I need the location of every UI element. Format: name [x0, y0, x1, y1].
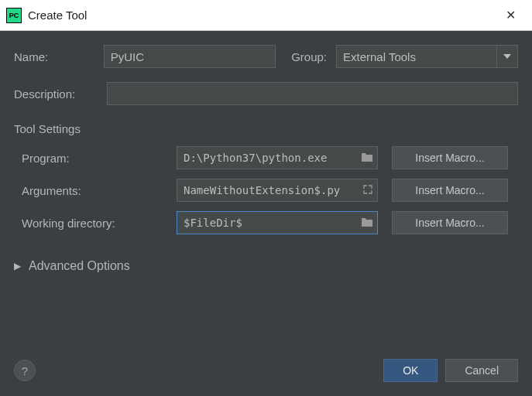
- name-label: Name:: [14, 50, 104, 63]
- name-input[interactable]: [104, 45, 276, 68]
- tool-settings-section: Program: Insert Macro... Arguments:: [14, 146, 518, 244]
- chevron-right-icon: ▶: [14, 261, 21, 271]
- dialog-content: Name: Group: Description: Tool Settings …: [0, 31, 532, 354]
- window-title: Create Tool: [28, 9, 495, 22]
- advanced-options-toggle[interactable]: ▶ Advanced Options: [14, 259, 518, 273]
- program-label: Program:: [22, 152, 177, 165]
- group-label: Group:: [291, 50, 327, 63]
- cancel-button[interactable]: Cancel: [445, 359, 518, 382]
- insert-macro-workingdir-button[interactable]: Insert Macro...: [392, 211, 508, 234]
- dialog-footer: ? OK Cancel: [0, 354, 532, 396]
- create-tool-dialog: PC Create Tool ✕ Name: Group: Descriptio…: [0, 0, 532, 396]
- insert-macro-program-button[interactable]: Insert Macro...: [392, 146, 508, 169]
- description-row: Description:: [14, 82, 518, 105]
- working-dir-row: Working directory: Insert Macro...: [22, 211, 518, 234]
- program-input-wrap: [177, 146, 378, 169]
- arguments-input[interactable]: [184, 184, 359, 196]
- working-dir-input-wrap: [177, 211, 378, 234]
- chevron-down-icon: [503, 54, 511, 59]
- app-icon: PC: [6, 8, 22, 23]
- expand-icon[interactable]: [363, 185, 372, 196]
- insert-macro-arguments-button[interactable]: Insert Macro...: [392, 179, 508, 202]
- working-dir-input[interactable]: [184, 217, 357, 229]
- description-label: Description:: [14, 87, 107, 101]
- help-button[interactable]: ?: [14, 360, 36, 381]
- name-group-row: Name: Group:: [14, 45, 518, 68]
- program-row: Program: Insert Macro...: [22, 146, 518, 169]
- working-dir-label: Working directory:: [22, 217, 177, 230]
- tool-settings-title: Tool Settings: [14, 122, 518, 135]
- group-select[interactable]: [336, 45, 518, 68]
- arguments-row: Arguments: Insert Macro...: [22, 179, 518, 202]
- titlebar: PC Create Tool ✕: [0, 0, 532, 31]
- folder-icon[interactable]: [362, 217, 372, 229]
- close-icon[interactable]: ✕: [495, 8, 526, 22]
- ok-button[interactable]: OK: [383, 359, 438, 382]
- folder-icon[interactable]: [362, 152, 372, 164]
- group-dropdown-button[interactable]: [496, 45, 518, 68]
- program-input[interactable]: [184, 152, 357, 164]
- arguments-input-wrap: [177, 179, 378, 202]
- arguments-label: Arguments:: [22, 184, 177, 197]
- description-input[interactable]: [107, 82, 518, 105]
- advanced-options-label: Advanced Options: [29, 259, 130, 273]
- group-input[interactable]: [336, 45, 496, 68]
